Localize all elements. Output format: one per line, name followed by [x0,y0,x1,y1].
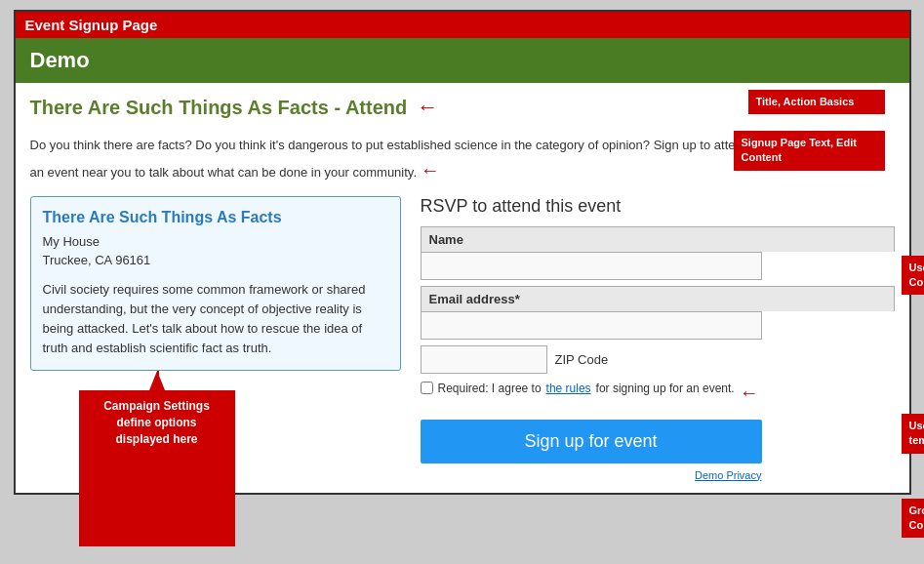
campaign-callout: Campaign Settings define options display… [79,390,235,546]
event-card-title: There Are Such Things As Facts [43,209,388,226]
page-content: There Are Such Things As Facts - Attend … [16,83,909,493]
top-bar: Event Signup Page [16,12,909,38]
event-card-description: Civil society requires some common frame… [43,280,388,359]
name-field: Name [421,226,895,280]
top-bar-label: Event Signup Page [25,17,158,33]
privacy-link[interactable]: Demo Privacy [695,469,761,481]
ground-rules-link[interactable]: the rules [546,382,591,395]
title-action-tooltip: Title, Action Basics [748,90,885,114]
user-form-tooltip: User Form Fields, Edit Content [902,256,925,296]
email-input[interactable] [421,311,762,340]
left-column: There Are Such Things As Facts My House … [30,196,401,481]
demo-title: Demo [30,48,90,72]
zip-field: ZIP Code [421,345,895,374]
rsvp-title: RSVP to attend this event [421,196,895,217]
desc-tooltip: Signup Page Text, Edit Content [734,131,885,171]
email-label: Email address* [421,286,895,311]
event-card: There Are Such Things As Facts My House … [30,196,401,372]
ground-rules: Required: I agree to the rules for signi… [421,382,895,404]
ground-rules-text: Required: I agree to [438,382,542,395]
zip-label: ZIP Code [555,352,609,367]
ground-rules-tooltip: Ground Rules, Edit Content [902,499,925,539]
email-field: Email address* [421,286,895,340]
template-tooltip: Uses event_attend.html template [902,414,925,454]
title-arrow-icon: ← [417,95,438,120]
ground-rules-arrow-icon: ← [740,382,759,404]
zip-input[interactable] [421,345,547,374]
page-container: Event Signup Page Demo There Are Such Th… [14,10,911,495]
signup-section: Sign up for event Uses event_attend.html… [421,412,895,463]
ground-rules-section: Required: I agree to the rules for signi… [421,382,895,404]
form-section: Name Email address* ZIP Code [421,226,895,374]
ground-rules-checkbox[interactable] [421,382,433,394]
description-row: Do you think there are facts? Do you thi… [30,136,895,184]
page-title: There Are Such Things As Facts - Attend … [30,95,439,120]
signup-button[interactable]: Sign up for event [421,420,762,463]
right-column: RSVP to attend this event Name Email add… [421,196,895,481]
event-card-location: My House Truckee, CA 96161 [43,232,388,270]
ground-rules-text2: for signing up for an event. [596,382,735,395]
desc-arrow-icon: ← [421,159,440,181]
title-row: There Are Such Things As Facts - Attend … [30,95,895,128]
demo-header: Demo [16,38,909,83]
name-input[interactable] [421,252,762,280]
page-description: Do you think there are facts? Do you thi… [30,136,752,184]
privacy-link-section: Demo Privacy [421,469,762,481]
two-column-layout: There Are Such Things As Facts My House … [30,196,895,481]
name-label: Name [421,226,895,252]
